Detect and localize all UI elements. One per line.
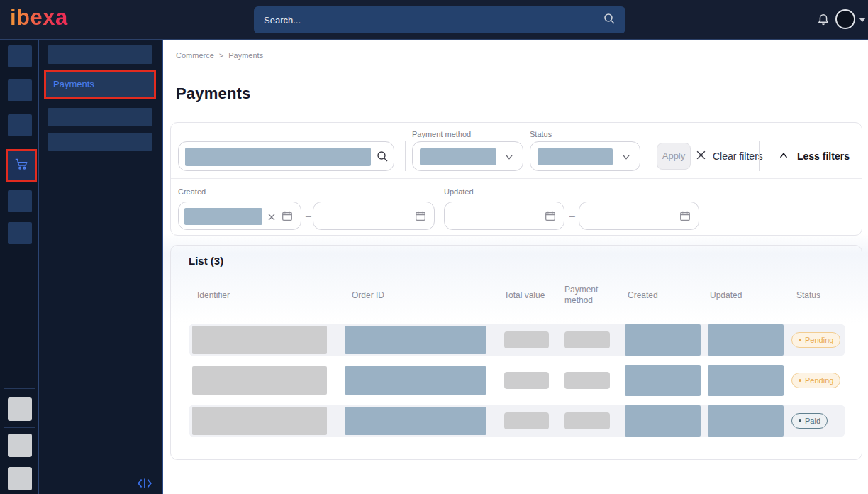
table-row[interactable]: Pending	[189, 324, 845, 356]
updated-to-input[interactable]	[579, 202, 699, 230]
status-dot-icon	[799, 419, 801, 422]
list-divider	[189, 278, 844, 278]
status-select[interactable]	[530, 141, 640, 171]
table-row[interactable]: Pending	[189, 364, 845, 397]
breadcrumb-item-commerce[interactable]: Commerce	[176, 51, 214, 60]
redacted-order-id-cell	[345, 366, 486, 395]
redacted-payment-method-cell	[564, 372, 610, 389]
breadcrumb: Commerce > Payments	[176, 51, 263, 60]
collapse-sidebar-icon[interactable]	[137, 476, 154, 490]
payment-method-select[interactable]	[412, 141, 523, 171]
status-badge-label: Pending	[805, 336, 833, 344]
chevron-up-icon	[778, 150, 789, 162]
redacted-updated-cell	[708, 324, 784, 356]
menu-item-1[interactable]	[48, 45, 152, 64]
redacted-updated-cell	[708, 405, 784, 437]
clear-filters-button[interactable]: Clear filters	[696, 143, 763, 170]
status-badge-label: Pending	[805, 376, 833, 385]
redacted-search-value	[185, 148, 371, 166]
search-icon[interactable]	[603, 12, 616, 28]
topbar: ibexa	[0, 0, 868, 40]
cart-icon[interactable]	[13, 156, 29, 175]
calendar-icon[interactable]	[281, 209, 294, 225]
status-dot-icon	[799, 339, 801, 341]
redacted-created-cell	[625, 324, 701, 356]
annotation-highlight-commerce	[6, 149, 37, 182]
clear-date-icon[interactable]	[267, 212, 276, 224]
created-label: Created	[178, 187, 206, 196]
breadcrumb-separator: >	[219, 51, 223, 60]
less-filters-label: Less filters	[797, 150, 850, 162]
secondary-sidebar: Payments	[39, 40, 163, 494]
sidebar-bottom-icon-3[interactable]	[8, 467, 32, 490]
updated-from-input[interactable]	[444, 202, 564, 230]
search-icon[interactable]	[376, 150, 389, 165]
global-search-bar[interactable]	[254, 6, 625, 33]
filter-divider-2	[760, 141, 760, 171]
redacted-payment-method-cell	[564, 412, 610, 429]
payments-filter-search-input[interactable]	[178, 141, 394, 171]
apply-button[interactable]: Apply	[657, 143, 691, 170]
redacted-identifier-cell	[192, 407, 327, 435]
payments-list-panel: List (3) Identifier Order ID Total value…	[170, 245, 862, 460]
filters-row-divider	[171, 178, 862, 179]
calendar-icon[interactable]	[544, 209, 557, 225]
notifications-bell-icon[interactable]	[816, 12, 831, 28]
column-header-identifier: Identifier	[197, 290, 230, 301]
app-logo: ibexa	[10, 5, 68, 31]
rail-divider	[4, 388, 35, 389]
sidebar-bottom-icon-1[interactable]	[8, 397, 32, 421]
redacted-payment-method-value	[420, 148, 496, 165]
breadcrumb-item-payments[interactable]: Payments	[228, 51, 263, 60]
column-header-total-value: Total value	[504, 290, 545, 301]
clear-filters-label: Clear filters	[713, 150, 763, 162]
main-nav-rail	[0, 40, 39, 494]
redacted-created-cell	[625, 405, 701, 437]
less-filters-toggle[interactable]: Less filters	[778, 143, 850, 170]
rail-divider-2	[4, 427, 35, 428]
status-dot-icon	[799, 379, 801, 382]
chevron-down-icon	[621, 152, 632, 165]
global-search-input[interactable]	[264, 15, 603, 26]
sidebar-item-icon-6[interactable]	[8, 222, 32, 244]
column-header-status: Status	[796, 290, 820, 301]
filter-divider-1	[405, 141, 406, 171]
sidebar-item-icon-1[interactable]	[8, 45, 32, 67]
sidebar-item-icon-5[interactable]	[8, 190, 32, 212]
status-label: Status	[530, 130, 552, 138]
close-icon	[696, 150, 706, 163]
redacted-order-id-cell	[345, 407, 486, 435]
calendar-icon[interactable]	[414, 209, 427, 225]
calendar-icon[interactable]	[679, 209, 691, 225]
sidebar-item-icon-3[interactable]	[8, 114, 32, 136]
sidebar-bottom-icon-2[interactable]	[8, 434, 32, 457]
redacted-status-value	[538, 148, 613, 165]
column-header-payment-method: Payment method	[564, 285, 608, 306]
menu-item-4[interactable]	[48, 133, 152, 151]
table-row[interactable]: Paid	[189, 405, 845, 437]
redacted-total-value-cell	[504, 372, 549, 389]
status-badge: Paid	[791, 413, 828, 429]
user-menu-caret-icon[interactable]	[859, 18, 866, 22]
updated-label: Updated	[444, 187, 474, 196]
redacted-order-id-cell	[345, 326, 486, 354]
status-badge-label: Paid	[805, 417, 820, 425]
sidebar-item-icon-2[interactable]	[8, 79, 32, 101]
annotation-highlight-payments: Payments	[44, 70, 156, 99]
filters-panel: Payment method Status Apply Clear filter…	[170, 122, 862, 236]
created-to-input[interactable]	[313, 202, 435, 230]
redacted-identifier-cell	[192, 366, 327, 395]
redacted-created-from-value	[184, 208, 262, 225]
redacted-payment-method-cell	[564, 331, 610, 348]
redacted-created-cell	[625, 365, 701, 396]
column-header-updated: Updated	[710, 290, 742, 301]
payment-method-label: Payment method	[412, 130, 471, 138]
menu-item-3[interactable]	[48, 108, 152, 126]
created-range-separator: –	[306, 210, 311, 221]
redacted-identifier-cell	[192, 326, 327, 354]
created-from-input[interactable]	[178, 202, 301, 230]
menu-item-payments[interactable]: Payments	[46, 72, 154, 97]
user-avatar[interactable]	[835, 9, 855, 29]
updated-range-separator: –	[569, 210, 575, 221]
redacted-total-value-cell	[504, 412, 549, 429]
